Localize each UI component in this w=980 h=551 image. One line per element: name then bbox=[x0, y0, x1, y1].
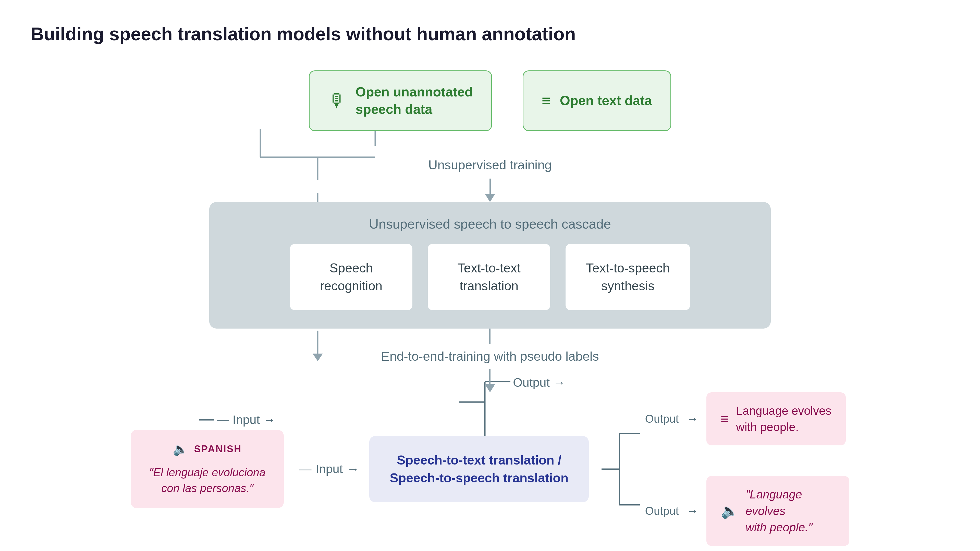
cascade-title: Unsupervised speech to speech cascade bbox=[369, 216, 611, 232]
spanish-label: 🔈 SPANISH bbox=[173, 442, 242, 456]
text-data-label: Open text data bbox=[560, 92, 652, 110]
svg-marker-8 bbox=[313, 354, 323, 361]
text-output-box: ≡ Language evolves with people. bbox=[706, 392, 846, 446]
text-output-label: Language evolves with people. bbox=[736, 403, 831, 435]
dash-connector: — bbox=[299, 462, 311, 476]
speech-recognition-box: Speech recognition bbox=[290, 244, 412, 310]
output-rows: Output → ≡ Language evolves with people.… bbox=[645, 392, 849, 546]
text-lines-icon: ≡ bbox=[542, 93, 551, 108]
text-data-box: ≡ Open text data bbox=[523, 70, 671, 131]
right-arrow-input: → bbox=[347, 462, 359, 476]
microphone-icon: 🎙 bbox=[328, 92, 346, 110]
speech-data-box: 🎙 Open unannotated speech data bbox=[309, 70, 492, 131]
output-label-2: Output bbox=[645, 505, 679, 517]
page-title: Building speech translation models witho… bbox=[30, 23, 576, 45]
speaker-output-icon: 🔈 bbox=[721, 501, 738, 521]
input-quote: "El lenguaje evoluciona con las personas… bbox=[149, 465, 266, 496]
end-to-end-label: End-to-end-training with pseudo labels bbox=[381, 349, 599, 364]
unsupervised-training-label: Unsupervised training bbox=[428, 158, 552, 172]
speech-output-quote: "Language evolves with people." bbox=[746, 486, 835, 535]
output-arrow-1: → bbox=[687, 413, 698, 425]
speech-output-box: 🔈 "Language evolves with people." bbox=[706, 476, 850, 546]
text-to-text-box: Text-to-text translation bbox=[428, 244, 550, 310]
cascade-inner-boxes: Speech recognition Text-to-text translat… bbox=[290, 244, 690, 310]
speech-data-label: Open unannotated speech data bbox=[355, 83, 473, 118]
speaker-icon: 🔈 bbox=[173, 442, 189, 456]
input-label: Input bbox=[315, 462, 343, 476]
cascade-box: Unsupervised speech to speech cascade Sp… bbox=[209, 202, 771, 329]
output-row-text: Output → ≡ Language evolves with people. bbox=[645, 392, 849, 446]
language-label: SPANISH bbox=[194, 444, 242, 454]
input-arrow: — Input → bbox=[299, 462, 359, 476]
text-lines-output-icon: ≡ bbox=[721, 409, 729, 429]
outputs-section: Output → ≡ Language evolves with people.… bbox=[599, 392, 849, 546]
translation-text: Speech-to-text translation / Speech-to-s… bbox=[390, 451, 568, 487]
translation-box: Speech-to-text translation / Speech-to-s… bbox=[369, 436, 589, 502]
spanish-input-box: 🔈 SPANISH "El lenguaje evoluciona con la… bbox=[130, 430, 284, 508]
bracket-svg bbox=[599, 405, 645, 533]
output-row-speech: Output → 🔈 "Language evolves with people… bbox=[645, 476, 849, 546]
output-label-1: Output bbox=[645, 413, 679, 425]
text-to-speech-box: Text-to-speech synthesis bbox=[566, 244, 690, 310]
diagram-area: — Input → Output → Output → 🎙 Open unann… bbox=[30, 70, 950, 546]
output-arrow-2: → bbox=[687, 505, 698, 517]
